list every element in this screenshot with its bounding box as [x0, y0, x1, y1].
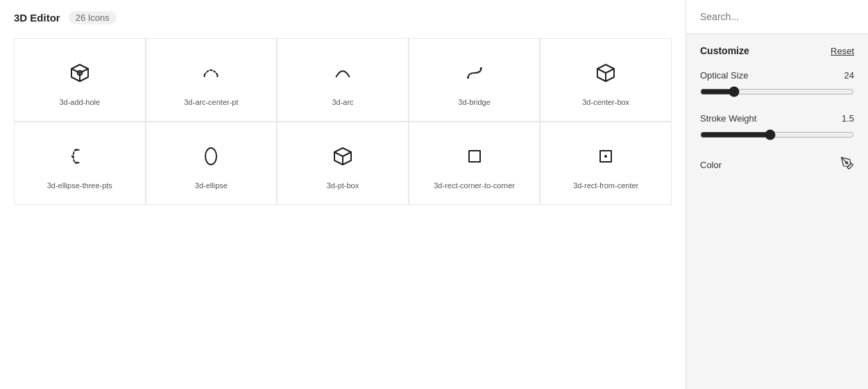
- optical-size-control: Optical Size 24: [700, 70, 854, 99]
- optical-size-slider[interactable]: [700, 86, 854, 97]
- icon-label-3d-pt-box: 3d-pt-box: [327, 181, 359, 190]
- customize-header: Customize Reset: [700, 45, 854, 56]
- icon-cell-3d-center-box[interactable]: 3d-center-box: [540, 38, 672, 122]
- 3d-center-box-icon: [592, 59, 620, 87]
- icon-cell-3d-add-hole[interactable]: 3d-add-hole: [14, 38, 146, 122]
- icon-label-3d-arc-center-pt: 3d-arc-center-pt: [184, 98, 238, 106]
- icon-label-3d-rect-from-center: 3d-rect-from-center: [573, 181, 638, 190]
- icon-cell-3d-rect-corner-to-corner[interactable]: 3d-rect-corner-to-corner: [409, 122, 541, 205]
- icon-label-3d-center-box: 3d-center-box: [582, 98, 629, 106]
- right-panel: Customize Reset Optical Size 24 Stroke W…: [686, 0, 868, 389]
- svg-rect-24: [469, 151, 480, 162]
- svg-point-26: [604, 155, 607, 158]
- svg-point-5: [210, 69, 212, 72]
- color-label: Color: [700, 160, 722, 170]
- icon-grid-panel: 3D Editor 26 Icons 3d-add-hole: [0, 0, 686, 389]
- icon-label-3d-ellipse-three-pts: 3d-ellipse-three-pts: [47, 181, 112, 190]
- svg-point-19: [205, 148, 216, 165]
- 3d-arc-icon: [329, 59, 357, 87]
- icon-cell-3d-ellipse[interactable]: 3d-ellipse: [146, 122, 278, 205]
- icon-grid: 3d-add-hole 3d-arc-center-pt: [14, 38, 672, 205]
- page-title: 3D Editor: [14, 12, 60, 24]
- icon-cell-3d-bridge[interactable]: 3d-bridge: [409, 38, 541, 122]
- icon-cell-3d-arc-center-pt[interactable]: 3d-arc-center-pt: [146, 38, 278, 122]
- optical-size-value: 24: [844, 70, 854, 81]
- color-control: Color: [700, 156, 854, 174]
- icon-label-3d-arc: 3d-arc: [332, 98, 353, 106]
- svg-line-11: [597, 69, 606, 73]
- stroke-weight-value: 1.5: [842, 113, 854, 124]
- icon-label-3d-ellipse: 3d-ellipse: [195, 181, 228, 190]
- icon-label-3d-add-hole: 3d-add-hole: [59, 98, 100, 106]
- search-area: [686, 0, 868, 34]
- icon-count-badge: 26 Icons: [69, 11, 117, 24]
- 3d-pt-box-icon: [329, 142, 357, 170]
- 3d-add-hole-icon: [66, 59, 94, 87]
- svg-point-9: [479, 67, 482, 69]
- 3d-bridge-icon: [461, 59, 488, 87]
- 3d-rect-from-center-icon: [592, 142, 620, 170]
- svg-line-22: [343, 152, 351, 156]
- svg-point-17: [75, 162, 77, 164]
- icon-cell-3d-arc[interactable]: 3d-arc: [277, 38, 409, 122]
- icon-cell-3d-ellipse-three-pts[interactable]: 3d-ellipse-three-pts: [14, 122, 146, 205]
- 3d-arc-center-pt-icon: [197, 59, 225, 87]
- customize-title: Customize: [700, 45, 749, 56]
- search-input[interactable]: [700, 11, 854, 22]
- stroke-weight-control: Stroke Weight 1.5: [700, 113, 854, 142]
- svg-line-12: [606, 69, 614, 73]
- icon-label-3d-rect-corner-to-corner: 3d-rect-corner-to-corner: [434, 181, 515, 190]
- svg-point-18: [71, 155, 74, 157]
- color-picker-icon[interactable]: [840, 156, 854, 174]
- icon-cell-3d-pt-box[interactable]: 3d-pt-box: [277, 122, 409, 205]
- icon-label-3d-bridge: 3d-bridge: [458, 98, 490, 106]
- svg-point-8: [467, 76, 469, 78]
- customize-panel: Customize Reset Optical Size 24 Stroke W…: [686, 34, 868, 389]
- stroke-weight-label: Stroke Weight: [700, 113, 756, 124]
- reset-button[interactable]: Reset: [831, 46, 854, 56]
- 3d-ellipse-icon: [197, 142, 225, 170]
- 3d-ellipse-three-pts-icon: [66, 142, 94, 170]
- svg-line-21: [334, 152, 343, 156]
- stroke-weight-slider[interactable]: [700, 129, 854, 140]
- icon-cell-3d-rect-from-center[interactable]: 3d-rect-from-center: [540, 122, 672, 205]
- page-header: 3D Editor 26 Icons: [14, 11, 672, 24]
- optical-size-label: Optical Size: [700, 70, 748, 81]
- svg-point-16: [75, 149, 77, 151]
- 3d-rect-corner-to-corner-icon: [461, 142, 488, 170]
